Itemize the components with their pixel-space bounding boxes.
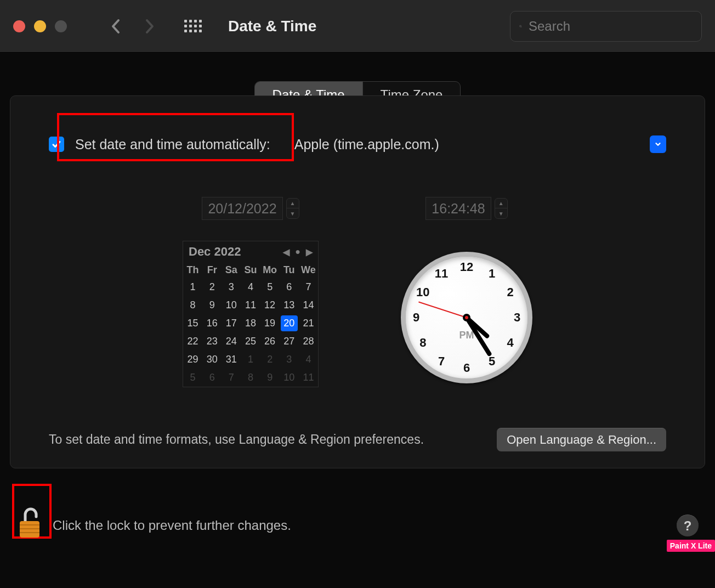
auto-set-label: Set date and time automatically: — [75, 137, 270, 152]
stepper-up-icon[interactable]: ▲ — [287, 199, 299, 208]
time-server-value: Apple (time.apple.com.) — [294, 137, 439, 152]
calendar-day[interactable]: 25 — [241, 332, 260, 350]
calendar-prev-icon[interactable]: ◀ — [283, 247, 290, 257]
lock-button[interactable] — [16, 507, 43, 540]
minimize-window-button[interactable] — [34, 20, 46, 32]
calendar-day[interactable]: 8 — [241, 369, 260, 387]
clock-number: 10 — [415, 285, 431, 299]
calendar-dow: Th — [183, 262, 202, 278]
date-input[interactable]: 20/12/2022 — [202, 197, 282, 220]
date-stepper[interactable]: ▲ ▼ — [286, 198, 299, 219]
calendar-day[interactable]: 6 — [280, 278, 299, 296]
calendar-day[interactable]: 9 — [260, 369, 280, 387]
stepper-down-icon[interactable]: ▼ — [287, 208, 299, 218]
calendar-day[interactable]: 30 — [202, 350, 222, 369]
calendar-day[interactable]: 10 — [280, 369, 299, 387]
lock-open-icon — [16, 507, 43, 540]
calendar-month-label: Dec 2022 — [189, 245, 241, 259]
calendar-day[interactable]: 5 — [183, 369, 202, 387]
clock-number: 11 — [433, 267, 450, 281]
calendar-dow: Mo — [260, 262, 280, 278]
calendar-day[interactable]: 23 — [202, 332, 222, 350]
calendar-day[interactable]: 1 — [183, 278, 202, 296]
clock-number: 8 — [415, 336, 431, 350]
window-controls — [13, 20, 67, 32]
back-button[interactable] — [103, 13, 129, 39]
clock-number: 4 — [502, 336, 519, 350]
calendar[interactable]: Dec 2022 ◀ ● ▶ ThFrSaSuMoTuWe12345678910… — [183, 241, 319, 387]
calendar-day[interactable]: 4 — [241, 278, 260, 296]
calendar-today-icon[interactable]: ● — [295, 247, 300, 257]
time-input[interactable]: 16:24:48 — [425, 197, 491, 220]
time-stepper[interactable]: ▲ ▼ — [495, 198, 508, 219]
calendar-day[interactable]: 5 — [260, 278, 280, 296]
calendar-day[interactable]: 2 — [202, 278, 222, 296]
calendar-day[interactable]: 13 — [280, 296, 299, 314]
close-window-button[interactable] — [13, 20, 25, 32]
calendar-dow: We — [299, 262, 318, 278]
time-server-dropdown[interactable] — [650, 135, 666, 153]
calendar-day[interactable]: 31 — [222, 350, 241, 369]
calendar-day[interactable]: 3 — [280, 350, 299, 369]
check-icon — [52, 139, 61, 149]
calendar-day[interactable]: 18 — [241, 314, 260, 332]
calendar-day[interactable]: 11 — [241, 296, 260, 314]
calendar-day[interactable]: 1 — [241, 350, 260, 369]
open-language-region-button[interactable]: Open Language & Region... — [497, 428, 666, 451]
clock-number: 12 — [458, 260, 475, 274]
search-input[interactable] — [529, 19, 693, 34]
auto-set-checkbox[interactable] — [49, 137, 64, 152]
calendar-day[interactable]: 12 — [260, 296, 280, 314]
window-title: Date & Time — [228, 18, 316, 35]
calendar-day[interactable]: 26 — [260, 332, 280, 350]
calendar-day[interactable]: 9 — [202, 296, 222, 314]
calendar-day[interactable]: 28 — [299, 332, 318, 350]
calendar-day[interactable]: 29 — [183, 350, 202, 369]
clock-number: 7 — [433, 354, 450, 369]
calendar-dow: Sa — [222, 262, 241, 278]
calendar-day[interactable]: 10 — [222, 296, 241, 314]
calendar-day[interactable]: 20 — [281, 315, 298, 331]
watermark: Paint X Lite — [667, 540, 715, 552]
calendar-day[interactable]: 7 — [299, 278, 318, 296]
show-all-icon[interactable] — [184, 20, 202, 32]
calendar-day[interactable]: 8 — [183, 296, 202, 314]
calendar-day[interactable]: 21 — [299, 314, 318, 332]
analog-clock: 121234567891011 PM — [401, 252, 532, 383]
calendar-day[interactable]: 3 — [222, 278, 241, 296]
date-input-value: 20/12/2022 — [202, 201, 282, 217]
calendar-day[interactable]: 19 — [260, 314, 280, 332]
clock-hub — [463, 314, 470, 321]
clock-number: 5 — [484, 354, 500, 369]
zoom-window-button[interactable] — [55, 20, 67, 32]
calendar-day[interactable]: 14 — [299, 296, 318, 314]
calendar-day[interactable]: 4 — [299, 350, 318, 369]
calendar-next-icon[interactable]: ▶ — [306, 247, 313, 257]
calendar-day[interactable]: 24 — [222, 332, 241, 350]
time-column: 16:24:48 ▲ ▼ 121234567891011 PM — [401, 197, 532, 387]
calendar-dow: Su — [241, 262, 260, 278]
chevron-down-icon — [654, 140, 662, 148]
forward-button[interactable] — [136, 13, 162, 39]
stepper-up-icon[interactable]: ▲ — [495, 199, 507, 208]
calendar-day[interactable]: 2 — [260, 350, 280, 369]
clock-number: 1 — [484, 267, 500, 281]
calendar-day[interactable]: 16 — [202, 314, 222, 332]
time-input-value: 16:24:48 — [426, 201, 490, 217]
calendar-dow: Tu — [280, 262, 299, 278]
stepper-down-icon[interactable]: ▼ — [495, 208, 507, 218]
nav-arrows — [103, 13, 162, 39]
calendar-day[interactable]: 27 — [280, 332, 299, 350]
date-column: 20/12/2022 ▲ ▼ Dec 2022 ◀ ● ▶ ThFrSaSuMo… — [183, 197, 319, 387]
time-server-field[interactable]: Apple (time.apple.com.) — [292, 133, 666, 155]
calendar-day[interactable]: 17 — [222, 314, 241, 332]
formats-text: To set date and time formats, use Langua… — [49, 432, 424, 447]
calendar-day[interactable]: 11 — [299, 369, 318, 387]
calendar-day[interactable]: 7 — [222, 369, 241, 387]
clock-number: 6 — [458, 361, 475, 375]
calendar-day[interactable]: 15 — [183, 314, 202, 332]
help-button[interactable]: ? — [677, 514, 699, 536]
calendar-day[interactable]: 6 — [202, 369, 222, 387]
calendar-day[interactable]: 22 — [183, 332, 202, 350]
search-field[interactable] — [510, 11, 702, 42]
